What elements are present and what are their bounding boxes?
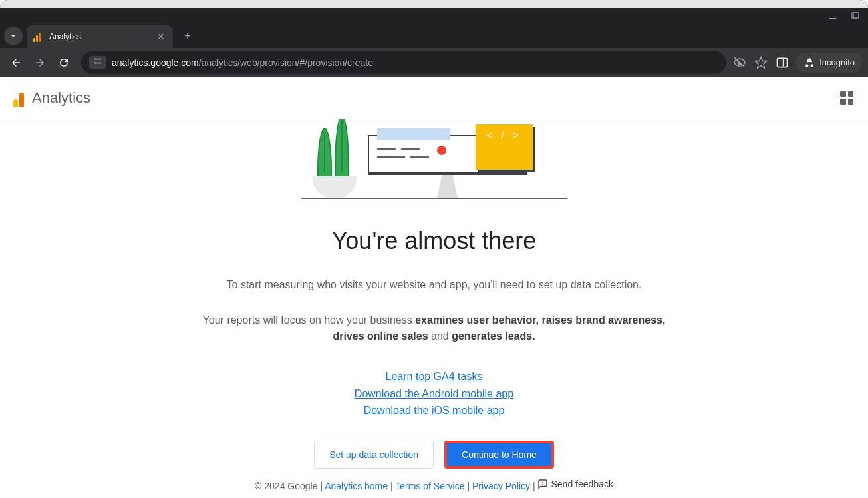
link-ios-app[interactable]: Download the iOS mobile app bbox=[355, 402, 513, 419]
svg-rect-0 bbox=[829, 18, 836, 19]
app-brand[interactable]: Analytics bbox=[13, 89, 90, 107]
svg-point-10 bbox=[543, 485, 543, 485]
copyright-text: © 2024 Google bbox=[255, 481, 317, 491]
svg-rect-2 bbox=[853, 13, 859, 18]
incognito-badge[interactable]: Incognito bbox=[796, 53, 863, 73]
svg-point-5 bbox=[94, 62, 96, 64]
back-button[interactable] bbox=[5, 52, 27, 73]
tab-bar: Analytics ✕ + bbox=[0, 24, 868, 48]
analytics-logo-icon bbox=[13, 89, 24, 107]
side-panel-icon[interactable] bbox=[776, 56, 789, 69]
footer: © 2024 Google | Analytics home | Terms o… bbox=[0, 479, 868, 491]
tab-search-dropdown[interactable] bbox=[4, 27, 23, 45]
setup-illustration: < / > bbox=[301, 119, 567, 199]
reports-description: Your reports will focus on how your busi… bbox=[195, 312, 674, 344]
window-titlebar bbox=[0, 8, 868, 24]
eye-off-icon[interactable] bbox=[733, 56, 746, 69]
feedback-icon bbox=[537, 479, 548, 489]
svg-point-3 bbox=[94, 58, 96, 60]
send-feedback-button[interactable]: Send feedback bbox=[537, 479, 613, 489]
minimize-icon[interactable] bbox=[828, 11, 837, 21]
incognito-label: Incognito bbox=[819, 57, 855, 67]
reload-button[interactable] bbox=[53, 52, 74, 73]
page-subtext: To start measuring who visits your websi… bbox=[227, 279, 642, 291]
continue-highlight: Continue to Home bbox=[444, 441, 554, 469]
svg-rect-4 bbox=[96, 59, 101, 60]
site-info-icon[interactable] bbox=[89, 56, 106, 69]
footer-privacy-link[interactable]: Privacy Policy bbox=[472, 481, 530, 491]
svg-rect-7 bbox=[778, 58, 788, 67]
window-top-strip bbox=[0, 0, 868, 8]
footer-tos-link[interactable]: Terms of Service bbox=[395, 481, 464, 491]
star-icon[interactable] bbox=[754, 56, 768, 69]
svg-rect-6 bbox=[96, 63, 101, 64]
setup-data-collection-button[interactable]: Set up data collection bbox=[314, 441, 434, 469]
new-tab-button[interactable]: + bbox=[178, 27, 197, 45]
nav-bar: analytics.google.com/analytics/web/provi… bbox=[0, 48, 868, 77]
action-buttons: Set up data collection Continue to Home bbox=[314, 441, 554, 469]
analytics-favicon-icon bbox=[33, 31, 44, 42]
browser-chrome: Analytics ✕ + analytics.google.com/analy… bbox=[0, 0, 868, 77]
close-tab-icon[interactable]: ✕ bbox=[156, 31, 166, 42]
link-ga4-tasks[interactable]: Learn top GA4 tasks bbox=[355, 368, 513, 385]
continue-to-home-button[interactable]: Continue to Home bbox=[447, 443, 551, 466]
apps-grid-icon[interactable] bbox=[839, 90, 855, 106]
footer-analytics-home-link[interactable]: Analytics home bbox=[325, 481, 388, 491]
tab-title: Analytics bbox=[49, 32, 150, 41]
maximize-icon[interactable] bbox=[851, 11, 860, 21]
help-links: Learn top GA4 tasks Download the Android… bbox=[355, 368, 513, 419]
app-header: Analytics bbox=[0, 77, 868, 119]
url-text: analytics.google.com/analytics/web/provi… bbox=[112, 57, 373, 68]
page-headline: You're almost there bbox=[332, 227, 537, 255]
browser-tab-analytics[interactable]: Analytics ✕ bbox=[27, 25, 173, 48]
main-content: < / > You're almost there To start measu… bbox=[0, 119, 868, 498]
app-name: Analytics bbox=[32, 89, 90, 107]
url-actions bbox=[733, 56, 789, 69]
address-bar[interactable]: analytics.google.com/analytics/web/provi… bbox=[81, 51, 726, 74]
link-android-app[interactable]: Download the Android mobile app bbox=[355, 385, 513, 403]
forward-button[interactable] bbox=[29, 52, 51, 73]
